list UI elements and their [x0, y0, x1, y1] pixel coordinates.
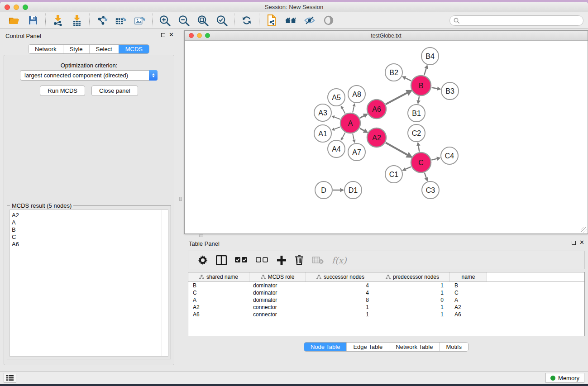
export-network-icon[interactable]: [96, 14, 108, 26]
edge-A-A5[interactable]: [342, 108, 345, 114]
edge-C-C2[interactable]: [418, 146, 419, 152]
float-panel-icon[interactable]: [161, 33, 165, 37]
graph-node-C[interactable]: C: [411, 152, 431, 172]
mcds-result-list[interactable]: A2ABCA6: [10, 210, 168, 357]
export-image-icon[interactable]: [134, 14, 146, 26]
close-panel-button[interactable]: Close panel: [91, 86, 138, 96]
close-table-panel-icon[interactable]: ✕: [579, 240, 584, 245]
open-session-file-icon[interactable]: [266, 14, 277, 26]
edge-A2-C[interactable]: [386, 143, 407, 155]
graph-node-B2[interactable]: B2: [385, 64, 402, 81]
node-table[interactable]: shared nameMCDS rolesuccessor nodesprede…: [188, 272, 585, 336]
mcds-result-item[interactable]: A: [12, 219, 168, 226]
zoom-out-icon[interactable]: [178, 14, 190, 26]
open-folder-icon[interactable]: [8, 14, 20, 26]
column-layout-icon[interactable]: [216, 255, 227, 265]
graph-node-A4[interactable]: A4: [328, 140, 345, 157]
graph-node-C1[interactable]: C1: [385, 166, 402, 183]
search-input[interactable]: [449, 15, 583, 26]
graph-node-A[interactable]: A: [340, 113, 360, 133]
refresh-icon[interactable]: [241, 14, 253, 26]
mcds-result-item[interactable]: C: [12, 234, 168, 241]
add-column-icon[interactable]: [277, 255, 287, 265]
tab-network-table[interactable]: Network Table: [389, 343, 439, 351]
edge-A-A8[interactable]: [353, 106, 354, 113]
graph-node-A3[interactable]: A3: [314, 104, 331, 121]
edge-C-C4[interactable]: [431, 159, 437, 160]
edge-C-C1[interactable]: [406, 167, 411, 169]
edge-B-B4[interactable]: [424, 68, 426, 75]
table-row[interactable]: Cdominator41C: [188, 289, 584, 296]
zoom-in-icon[interactable]: [159, 14, 171, 26]
resize-grip-icon[interactable]: [581, 227, 587, 233]
run-mcds-button[interactable]: Run MCDS: [40, 86, 85, 96]
graph-node-B[interactable]: B: [411, 76, 431, 95]
tab-edge-table[interactable]: Edge Table: [346, 343, 389, 351]
graph-node-B1[interactable]: B1: [408, 105, 425, 122]
vertical-splitter[interactable]: [177, 29, 184, 369]
edge-A6-B[interactable]: [386, 93, 407, 104]
table-row[interactable]: Bdominator41B: [188, 282, 584, 289]
criterion-dropdown[interactable]: largest connected component (directed): [20, 70, 158, 81]
home-networks-icon[interactable]: [285, 14, 296, 26]
delete-column-trash-icon[interactable]: [295, 255, 304, 265]
zoom-fit-icon[interactable]: [197, 14, 209, 26]
edge-C-C3[interactable]: [425, 173, 426, 178]
tab-network[interactable]: Network: [29, 45, 63, 53]
select-all-checkboxes-icon[interactable]: [235, 257, 248, 263]
edge-B-B2[interactable]: [406, 78, 411, 81]
graph-node-A8[interactable]: A8: [348, 86, 365, 103]
graph-node-B4[interactable]: B4: [421, 48, 439, 65]
mcds-result-item[interactable]: A6: [12, 241, 168, 248]
column-header-MCDS-role[interactable]: MCDS role: [249, 272, 306, 281]
edge-A-A6[interactable]: [360, 116, 364, 118]
graph-node-A5[interactable]: A5: [328, 89, 345, 106]
graph-node-D1[interactable]: D1: [344, 181, 362, 199]
network-canvas[interactable]: B4B2BB3A5A8A6A3AB1A1C2A2A4A7C4CC1C3DD1: [185, 41, 588, 234]
control-panel-header: Control Panel ✕: [0, 29, 177, 41]
close-panel-icon[interactable]: ✕: [169, 33, 174, 37]
tab-select[interactable]: Select: [89, 45, 119, 53]
graph-node-D[interactable]: D: [315, 181, 332, 199]
edge-A-A2[interactable]: [360, 129, 364, 131]
import-network-icon[interactable]: [52, 14, 64, 26]
mcds-result-item[interactable]: A2: [12, 212, 168, 219]
deselect-checkboxes-icon[interactable]: [256, 257, 268, 263]
memory-button[interactable]: Memory: [545, 373, 584, 383]
edge-A-A3[interactable]: [335, 117, 340, 119]
edge-B-B1[interactable]: [419, 96, 420, 100]
graph-node-A6[interactable]: A6: [367, 100, 386, 119]
table-row[interactable]: Adominator80A: [188, 296, 584, 304]
graph-node-A1[interactable]: A1: [314, 125, 331, 142]
export-table-icon[interactable]: [115, 14, 127, 26]
graph-node-B3[interactable]: B3: [441, 82, 459, 100]
graph-node-C4[interactable]: C4: [441, 147, 458, 164]
graph-node-C3[interactable]: C3: [422, 181, 439, 199]
tab-mcds[interactable]: MCDS: [119, 45, 149, 53]
graph-node-A7[interactable]: A7: [348, 143, 365, 161]
graph-node-C2[interactable]: C2: [408, 124, 425, 142]
tab-node-table[interactable]: Node Table: [304, 343, 347, 351]
tab-style[interactable]: Style: [63, 45, 89, 53]
save-session-icon[interactable]: [27, 14, 39, 26]
hide-selection-eye-icon[interactable]: [304, 14, 316, 26]
float-table-panel-icon[interactable]: [572, 241, 576, 245]
column-header-predecessor-nodes[interactable]: predecessor nodes: [375, 272, 450, 281]
edge-A-A7[interactable]: [353, 133, 354, 140]
zoom-selected-icon[interactable]: [216, 14, 228, 26]
column-header-shared-name[interactable]: shared name: [188, 272, 249, 281]
edge-B-B3[interactable]: [432, 87, 437, 88]
mcds-result-item[interactable]: B: [12, 226, 168, 234]
settings-gear-icon[interactable]: [198, 255, 208, 265]
table-row[interactable]: A2connector11A2: [188, 304, 584, 311]
column-header-name[interactable]: name: [450, 272, 487, 281]
tab-motifs[interactable]: Motifs: [439, 343, 468, 351]
import-table-icon[interactable]: [71, 14, 83, 26]
edge-A-A1[interactable]: [335, 127, 340, 129]
task-history-button[interactable]: [4, 373, 16, 383]
column-header-successor-nodes[interactable]: successor nodes: [306, 272, 375, 281]
graph-node-A2[interactable]: A2: [367, 128, 386, 147]
table-row[interactable]: A6connector11A6: [188, 311, 584, 318]
show-selection-eye-icon[interactable]: [323, 14, 335, 26]
edge-A-A4[interactable]: [342, 133, 345, 138]
